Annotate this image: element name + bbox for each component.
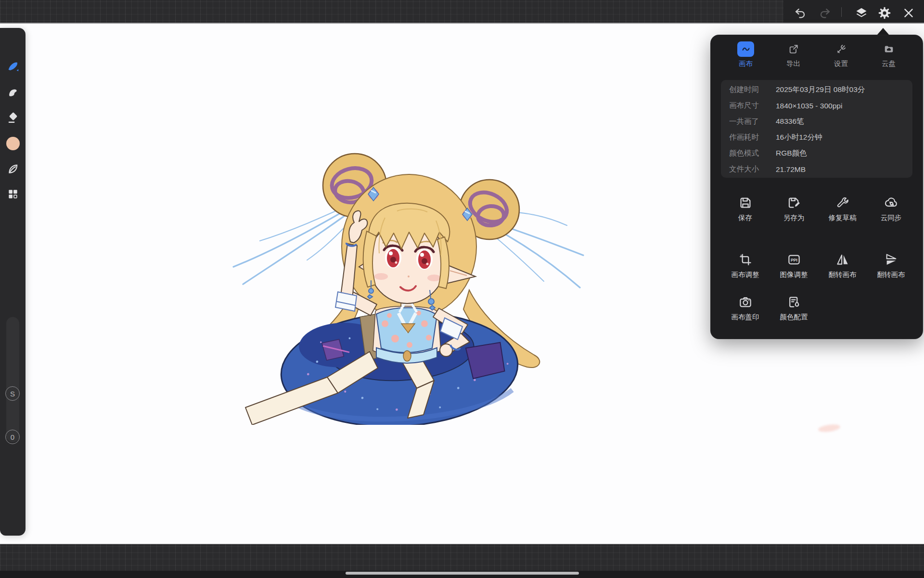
opacity-slider-label: 0 xyxy=(11,433,14,441)
panel-button-row-1: 保存 另存为 修复草稿 云同步 xyxy=(721,196,915,223)
info-label: 创建时间 xyxy=(729,85,776,95)
panel-button-row-3: 画布盖印 颜色配置 xyxy=(721,295,915,322)
crop-icon xyxy=(738,252,753,267)
image-adjust-button[interactable]: PPI 图像调整 xyxy=(770,252,818,279)
opacity-slider-knob[interactable]: 0 xyxy=(5,430,20,444)
canvas-adjust-label: 画布调整 xyxy=(732,270,759,279)
grid-icon xyxy=(7,188,19,200)
canvas-info-box: 创建时间 2025年03月29日 08时03分 画布尺寸 1840×1035 -… xyxy=(721,80,912,178)
leaf-tool-button[interactable] xyxy=(4,160,22,178)
panel-button-row-2: 画布调整 PPI 图像调整 翻转画布 翻转画布 xyxy=(721,252,915,279)
layers-button[interactable] xyxy=(852,4,871,22)
paint-smudge xyxy=(818,423,841,433)
info-label: 一共画了 xyxy=(729,117,776,127)
flip-canvas-v-label: 翻转画布 xyxy=(877,270,905,279)
tab-export[interactable]: 导出 xyxy=(770,41,817,68)
layout-grid-button[interactable] xyxy=(4,185,22,203)
eraser-icon xyxy=(6,111,20,125)
info-row-filesize: 文件大小 21.72MB xyxy=(721,161,912,177)
info-row-size: 画布尺寸 1840×1035 - 300ppi xyxy=(721,98,912,114)
home-indicator[interactable] xyxy=(346,572,579,575)
layers-icon xyxy=(855,6,868,20)
repair-draft-button[interactable]: 修复草稿 xyxy=(818,196,867,223)
canvas-adjust-button[interactable]: 画布调整 xyxy=(721,252,770,279)
panel-tabs: 画布 导出 设置 云盘 xyxy=(722,41,912,68)
redo-button[interactable] xyxy=(816,4,834,22)
info-row-colormode: 颜色模式 RGB颜色 xyxy=(721,145,912,161)
artwork-character xyxy=(207,88,592,425)
tab-settings-label: 设置 xyxy=(834,59,848,68)
save-as-icon xyxy=(787,196,801,210)
close-icon xyxy=(902,7,915,19)
panel-notch xyxy=(877,28,889,35)
undo-button[interactable] xyxy=(791,4,809,22)
export-tab-icon xyxy=(785,41,802,57)
size-slider-knob[interactable]: S xyxy=(5,386,20,401)
tool-sidebar: S 0 xyxy=(0,28,26,536)
image-adjust-label: 图像调整 xyxy=(780,270,808,279)
smudge-icon xyxy=(6,86,20,99)
info-value: 48336笔 xyxy=(776,117,804,127)
tab-settings[interactable]: 设置 xyxy=(817,41,865,68)
save-as-button[interactable]: 另存为 xyxy=(770,196,818,223)
flip-canvas-h-button[interactable]: 翻转画布 xyxy=(818,252,867,279)
info-label: 作画耗时 xyxy=(729,132,776,143)
info-row-created: 创建时间 2025年03月29日 08时03分 xyxy=(721,82,912,98)
size-slider-label: S xyxy=(10,390,15,398)
brush-size-slider[interactable] xyxy=(6,317,19,442)
camera-icon xyxy=(738,295,753,309)
info-row-strokes: 一共画了 48336笔 xyxy=(721,114,912,130)
save-button[interactable]: 保存 xyxy=(721,196,770,223)
info-label: 颜色模式 xyxy=(729,148,776,158)
color-config-label: 颜色配置 xyxy=(780,313,808,322)
close-button[interactable] xyxy=(899,4,918,22)
undo-icon xyxy=(794,7,807,20)
flip-canvas-h-label: 翻转画布 xyxy=(829,270,857,279)
canvas-stamp-button[interactable]: 画布盖印 xyxy=(721,295,770,322)
svg-text:PPI: PPI xyxy=(790,258,797,263)
redo-icon xyxy=(819,7,832,20)
color-config-button[interactable]: 颜色配置 xyxy=(770,295,818,322)
tab-canvas-label: 画布 xyxy=(739,59,753,68)
settings-gear-button[interactable] xyxy=(875,4,894,22)
tab-export-label: 导出 xyxy=(786,59,800,68)
cloud-tab-icon xyxy=(880,41,897,57)
settings-tab-icon xyxy=(833,41,849,57)
cloud-sync-button[interactable]: 云同步 xyxy=(867,196,915,223)
tab-cloud[interactable]: 云盘 xyxy=(865,41,912,68)
flip-vertical-icon xyxy=(884,252,898,267)
info-value: 2025年03月29日 08时03分 xyxy=(776,85,865,95)
repair-draft-label: 修复草稿 xyxy=(829,213,857,223)
wrench-icon xyxy=(835,196,850,210)
cloud-sync-icon xyxy=(884,196,898,210)
color-swatch-button[interactable] xyxy=(4,134,22,152)
cloud-sync-label: 云同步 xyxy=(881,213,902,223)
flip-canvas-v-button[interactable]: 翻转画布 xyxy=(867,252,915,279)
tab-canvas[interactable]: 画布 xyxy=(722,41,770,68)
gear-icon xyxy=(878,6,891,20)
brush-icon xyxy=(6,60,20,74)
info-value: 16小时12分钟 xyxy=(776,132,822,143)
eraser-tool-button[interactable] xyxy=(4,109,22,127)
flip-horizontal-icon xyxy=(835,252,850,267)
color-profile-icon xyxy=(787,295,801,309)
info-value: RGB颜色 xyxy=(776,148,807,158)
info-label: 画布尺寸 xyxy=(729,101,776,111)
canvas-stamp-label: 画布盖印 xyxy=(732,313,759,322)
toolbar-separator xyxy=(841,7,842,17)
info-value: 1840×1035 - 300ppi xyxy=(776,102,842,110)
brush-tool-button[interactable] xyxy=(4,58,22,76)
tab-cloud-label: 云盘 xyxy=(882,59,896,68)
info-label: 文件大小 xyxy=(729,164,776,174)
info-row-time: 作画耗时 16小时12分钟 xyxy=(721,130,912,145)
ppi-icon: PPI xyxy=(787,252,801,267)
save-label: 保存 xyxy=(738,213,752,223)
save-icon xyxy=(738,196,753,210)
save-as-label: 另存为 xyxy=(783,213,805,223)
current-color-swatch xyxy=(6,137,20,150)
leaf-icon xyxy=(6,162,20,176)
canvas-tab-icon xyxy=(737,41,754,57)
smudge-tool-button[interactable] xyxy=(4,83,22,101)
info-value: 21.72MB xyxy=(776,165,806,174)
